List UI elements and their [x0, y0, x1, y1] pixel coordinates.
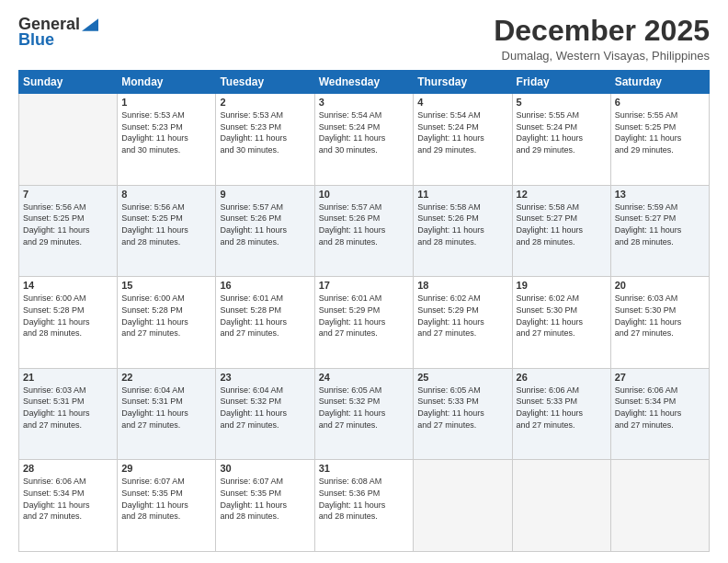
day-info: Sunrise: 5:56 AM Sunset: 5:25 PM Dayligh… [23, 201, 113, 247]
weekday-header-monday: Monday [118, 71, 216, 94]
calendar-day-cell: 19Sunrise: 6:02 AM Sunset: 5:30 PM Dayli… [512, 277, 610, 369]
day-number: 13 [615, 189, 705, 200]
weekday-header-tuesday: Tuesday [216, 71, 314, 94]
day-number: 1 [121, 97, 211, 108]
calendar-week-row: 21Sunrise: 6:03 AM Sunset: 5:31 PM Dayli… [19, 368, 710, 460]
day-info: Sunrise: 5:55 AM Sunset: 5:24 PM Dayligh… [517, 109, 607, 155]
calendar-day-cell: 24Sunrise: 6:05 AM Sunset: 5:32 PM Dayli… [314, 368, 414, 460]
weekday-header-sunday: Sunday [19, 71, 118, 94]
day-info: Sunrise: 6:07 AM Sunset: 5:35 PM Dayligh… [220, 476, 310, 522]
calendar-day-cell: 5Sunrise: 5:55 AM Sunset: 5:24 PM Daylig… [512, 94, 610, 186]
day-number: 15 [121, 280, 211, 291]
calendar-day-cell: 28Sunrise: 6:06 AM Sunset: 5:34 PM Dayli… [19, 460, 118, 552]
day-number: 28 [23, 463, 113, 474]
calendar-day-cell: 20Sunrise: 6:03 AM Sunset: 5:30 PM Dayli… [610, 277, 709, 369]
weekday-header-row: SundayMondayTuesdayWednesdayThursdayFrid… [19, 71, 710, 94]
day-info: Sunrise: 5:57 AM Sunset: 5:26 PM Dayligh… [220, 201, 310, 247]
svg-marker-0 [82, 18, 98, 31]
calendar-page: General Blue December 2025 Dumalag, West… [0, 0, 728, 563]
calendar-day-cell [610, 460, 709, 552]
calendar-week-row: 1Sunrise: 5:53 AM Sunset: 5:23 PM Daylig… [19, 94, 710, 186]
day-info: Sunrise: 6:01 AM Sunset: 5:28 PM Dayligh… [220, 293, 310, 339]
weekday-header-saturday: Saturday [610, 71, 709, 94]
day-info: Sunrise: 6:06 AM Sunset: 5:34 PM Dayligh… [23, 476, 113, 522]
calendar-day-cell: 15Sunrise: 6:00 AM Sunset: 5:28 PM Dayli… [118, 277, 216, 369]
day-number: 12 [517, 189, 607, 200]
calendar-day-cell: 16Sunrise: 6:01 AM Sunset: 5:28 PM Dayli… [216, 277, 314, 369]
calendar-table: SundayMondayTuesdayWednesdayThursdayFrid… [18, 70, 710, 552]
calendar-day-cell: 8Sunrise: 5:56 AM Sunset: 5:25 PM Daylig… [118, 185, 216, 277]
day-number: 19 [517, 280, 607, 291]
day-info: Sunrise: 5:56 AM Sunset: 5:25 PM Dayligh… [121, 201, 211, 247]
day-number: 3 [319, 97, 410, 108]
day-number: 10 [319, 189, 410, 200]
day-number: 17 [319, 280, 410, 291]
day-info: Sunrise: 5:53 AM Sunset: 5:23 PM Dayligh… [121, 109, 211, 155]
day-info: Sunrise: 6:07 AM Sunset: 5:35 PM Dayligh… [121, 476, 211, 522]
day-number: 22 [121, 372, 211, 383]
calendar-day-cell [414, 460, 512, 552]
day-number: 20 [615, 280, 705, 291]
day-number: 5 [517, 97, 607, 108]
day-info: Sunrise: 5:54 AM Sunset: 5:24 PM Dayligh… [319, 109, 410, 155]
calendar-day-cell: 4Sunrise: 5:54 AM Sunset: 5:24 PM Daylig… [414, 94, 512, 186]
day-info: Sunrise: 5:58 AM Sunset: 5:27 PM Dayligh… [517, 201, 607, 247]
calendar-day-cell: 10Sunrise: 5:57 AM Sunset: 5:26 PM Dayli… [314, 185, 414, 277]
calendar-day-cell: 14Sunrise: 6:00 AM Sunset: 5:28 PM Dayli… [19, 277, 118, 369]
logo-icon [82, 18, 98, 31]
calendar-day-cell: 17Sunrise: 6:01 AM Sunset: 5:29 PM Dayli… [314, 277, 414, 369]
day-info: Sunrise: 6:05 AM Sunset: 5:32 PM Dayligh… [319, 385, 410, 431]
day-info: Sunrise: 6:00 AM Sunset: 5:28 PM Dayligh… [23, 293, 113, 339]
day-number: 31 [319, 463, 410, 474]
header: General Blue December 2025 Dumalag, West… [18, 15, 710, 63]
logo: General Blue [18, 15, 98, 50]
day-number: 30 [220, 463, 310, 474]
calendar-day-cell [19, 94, 118, 186]
month-title: December 2025 [494, 15, 710, 47]
day-number: 26 [517, 372, 607, 383]
day-number: 21 [23, 372, 113, 383]
day-info: Sunrise: 6:04 AM Sunset: 5:31 PM Dayligh… [121, 385, 211, 431]
weekday-header-thursday: Thursday [414, 71, 512, 94]
day-number: 27 [615, 372, 705, 383]
day-number: 2 [220, 97, 310, 108]
day-info: Sunrise: 5:57 AM Sunset: 5:26 PM Dayligh… [319, 201, 410, 247]
calendar-week-row: 28Sunrise: 6:06 AM Sunset: 5:34 PM Dayli… [19, 460, 710, 552]
location: Dumalag, Western Visayas, Philippines [494, 49, 710, 63]
calendar-day-cell: 27Sunrise: 6:06 AM Sunset: 5:34 PM Dayli… [610, 368, 709, 460]
calendar-day-cell: 6Sunrise: 5:55 AM Sunset: 5:25 PM Daylig… [610, 94, 709, 186]
day-info: Sunrise: 6:01 AM Sunset: 5:29 PM Dayligh… [319, 293, 410, 339]
day-info: Sunrise: 6:05 AM Sunset: 5:33 PM Dayligh… [417, 385, 507, 431]
day-info: Sunrise: 6:08 AM Sunset: 5:36 PM Dayligh… [319, 476, 410, 522]
calendar-day-cell: 12Sunrise: 5:58 AM Sunset: 5:27 PM Dayli… [512, 185, 610, 277]
calendar-week-row: 7Sunrise: 5:56 AM Sunset: 5:25 PM Daylig… [19, 185, 710, 277]
day-info: Sunrise: 5:53 AM Sunset: 5:23 PM Dayligh… [220, 109, 310, 155]
day-info: Sunrise: 6:02 AM Sunset: 5:30 PM Dayligh… [517, 293, 607, 339]
calendar-day-cell: 22Sunrise: 6:04 AM Sunset: 5:31 PM Dayli… [118, 368, 216, 460]
day-number: 18 [417, 280, 507, 291]
day-info: Sunrise: 6:04 AM Sunset: 5:32 PM Dayligh… [220, 385, 310, 431]
calendar-day-cell: 29Sunrise: 6:07 AM Sunset: 5:35 PM Dayli… [118, 460, 216, 552]
day-number: 24 [319, 372, 410, 383]
calendar-day-cell: 7Sunrise: 5:56 AM Sunset: 5:25 PM Daylig… [19, 185, 118, 277]
day-info: Sunrise: 6:02 AM Sunset: 5:29 PM Dayligh… [417, 293, 507, 339]
calendar-day-cell: 9Sunrise: 5:57 AM Sunset: 5:26 PM Daylig… [216, 185, 314, 277]
day-number: 4 [417, 97, 507, 108]
calendar-day-cell: 13Sunrise: 5:59 AM Sunset: 5:27 PM Dayli… [610, 185, 709, 277]
day-number: 16 [220, 280, 310, 291]
calendar-day-cell: 1Sunrise: 5:53 AM Sunset: 5:23 PM Daylig… [118, 94, 216, 186]
calendar-day-cell: 26Sunrise: 6:06 AM Sunset: 5:33 PM Dayli… [512, 368, 610, 460]
calendar-day-cell: 21Sunrise: 6:03 AM Sunset: 5:31 PM Dayli… [19, 368, 118, 460]
day-info: Sunrise: 5:58 AM Sunset: 5:26 PM Dayligh… [417, 201, 507, 247]
day-number: 8 [121, 189, 211, 200]
day-info: Sunrise: 6:00 AM Sunset: 5:28 PM Dayligh… [121, 293, 211, 339]
calendar-day-cell [512, 460, 610, 552]
calendar-day-cell: 25Sunrise: 6:05 AM Sunset: 5:33 PM Dayli… [414, 368, 512, 460]
day-info: Sunrise: 5:59 AM Sunset: 5:27 PM Dayligh… [615, 201, 705, 247]
calendar-day-cell: 31Sunrise: 6:08 AM Sunset: 5:36 PM Dayli… [314, 460, 414, 552]
day-info: Sunrise: 6:03 AM Sunset: 5:30 PM Dayligh… [615, 293, 705, 339]
calendar-day-cell: 2Sunrise: 5:53 AM Sunset: 5:23 PM Daylig… [216, 94, 314, 186]
header-right: December 2025 Dumalag, Western Visayas, … [494, 15, 710, 63]
day-number: 14 [23, 280, 113, 291]
day-number: 7 [23, 189, 113, 200]
